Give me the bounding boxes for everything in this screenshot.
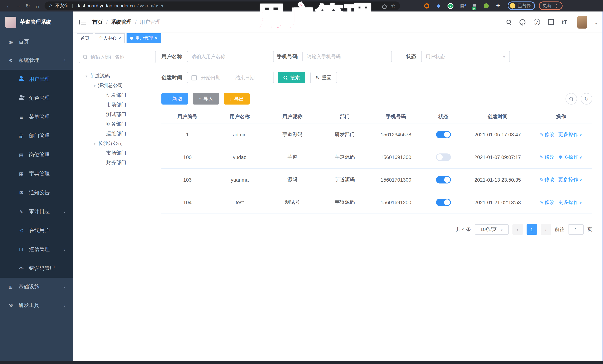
sidebar-item-dict[interactable]: ▦ 字典管理 bbox=[0, 164, 73, 183]
breadcrumb-section[interactable]: 系统管理 bbox=[111, 19, 132, 25]
sidebar-collapse-icon[interactable] bbox=[79, 20, 86, 24]
tree-node[interactable]: 市场部门 bbox=[79, 148, 157, 158]
sidebar-item-posts[interactable]: ▤ 岗位管理 bbox=[0, 145, 73, 164]
browser-home-icon[interactable]: ⌂ bbox=[33, 3, 42, 9]
tree-node[interactable]: 运维部门 bbox=[79, 129, 157, 139]
tree-node[interactable]: 测试部门 bbox=[79, 110, 157, 119]
url-path: /system/user bbox=[137, 3, 164, 8]
more-actions-link[interactable]: 更多操作∨ bbox=[558, 131, 582, 138]
extension-icon-gem[interactable]: ◆ bbox=[436, 3, 441, 9]
dept-search-input[interactable] bbox=[91, 54, 152, 60]
sidebar-item-home[interactable]: ◉ 首页 bbox=[0, 33, 73, 51]
avatar-caret-icon[interactable]: ▾ bbox=[595, 22, 597, 26]
goto-label: 前往 bbox=[555, 226, 564, 233]
extensions-area: ◆ y ▦◆ ≣on ✚ bbox=[424, 3, 501, 9]
password-key-icon[interactable] bbox=[383, 4, 388, 8]
current-page-button[interactable]: 1 bbox=[527, 224, 537, 235]
bookmark-star-icon[interactable]: ☆ bbox=[391, 3, 395, 9]
sidebar-item-online-users[interactable]: (()) 在线用户 bbox=[0, 221, 73, 240]
extension-icon-sprout[interactable] bbox=[483, 3, 489, 9]
status-toggle[interactable] bbox=[436, 131, 451, 138]
tab-user-management[interactable]: 用户管理 × bbox=[127, 33, 161, 43]
font-size-icon[interactable]: tT bbox=[562, 19, 568, 25]
status-toggle[interactable] bbox=[436, 154, 451, 161]
date-range-picker[interactable]: 开始日期 - 结束日期 bbox=[187, 72, 274, 83]
close-icon[interactable]: × bbox=[118, 36, 121, 41]
mobile-field-box bbox=[302, 51, 392, 62]
sidebar-item-dev-tools[interactable]: ⚒ 研发工具 ∨ bbox=[0, 296, 73, 315]
table-row: 100 yudao 芋道 芋道源码 15601691300 2021-01-07… bbox=[162, 146, 592, 169]
extension-icon-list[interactable]: ≣on bbox=[471, 3, 477, 9]
browser-reload-icon[interactable]: ↻ bbox=[23, 3, 33, 9]
tree-node[interactable]: ▾深圳总公司 bbox=[79, 81, 157, 90]
sidebar-item-sms[interactable]: ☑ 短信管理 ∨ bbox=[0, 240, 73, 259]
status-toggle[interactable] bbox=[436, 199, 451, 206]
breadcrumb-home[interactable]: 首页 bbox=[93, 19, 103, 25]
reset-button[interactable]: ↻ 重置 bbox=[310, 72, 337, 83]
browser-back-icon[interactable]: ← bbox=[4, 3, 13, 9]
more-actions-link[interactable]: 更多操作∨ bbox=[558, 199, 582, 206]
sidebar-item-depts[interactable]: 品 部门管理 bbox=[0, 126, 73, 145]
sidebar-item-infrastructure[interactable]: ⊞ 基础设施 ∨ bbox=[0, 278, 73, 296]
tree-node[interactable]: 研发部门 bbox=[79, 90, 157, 100]
security-label[interactable]: 不安全 bbox=[55, 3, 69, 9]
edit-link[interactable]: ✎修改 bbox=[540, 154, 555, 161]
sidebar-item-error-codes[interactable]: </> 错误码管理 bbox=[0, 259, 73, 278]
tab-profile[interactable]: 个人中心 × bbox=[95, 33, 125, 43]
edit-link[interactable]: ✎修改 bbox=[540, 176, 555, 183]
app-logo-row[interactable]: 芋道管理系统 bbox=[0, 11, 73, 33]
tree-node[interactable]: ▾长沙分公司 bbox=[79, 139, 157, 148]
search-button[interactable]: 搜索 bbox=[278, 72, 305, 83]
browser-menu-icon[interactable]: ⋮ bbox=[554, 3, 559, 8]
username-input[interactable] bbox=[191, 54, 269, 59]
fullscreen-icon[interactable] bbox=[548, 19, 554, 25]
extension-icon-ring[interactable] bbox=[424, 3, 430, 9]
tree-caret-icon[interactable]: ▾ bbox=[91, 141, 98, 145]
refresh-table-button[interactable]: ↻ bbox=[581, 93, 592, 105]
sidebar-item-users[interactable]: 用户管理 bbox=[0, 70, 73, 88]
tree-node[interactable]: 市场部门 bbox=[79, 100, 157, 110]
extension-icon-grid[interactable]: ▦◆ bbox=[459, 3, 465, 9]
search-icon[interactable] bbox=[507, 20, 511, 24]
browser-profile-button[interactable]: 已暂停 bbox=[508, 1, 535, 10]
sidebar-item-system[interactable]: ⚙ 系统管理 ∧ bbox=[0, 51, 73, 70]
extension-icon-green[interactable]: y bbox=[448, 3, 453, 9]
prev-page-button[interactable]: ‹ bbox=[512, 224, 523, 235]
help-icon[interactable]: ? bbox=[533, 19, 540, 25]
security-warning-icon[interactable]: ⚠ bbox=[49, 3, 53, 8]
import-button[interactable]: ↑ 导入 bbox=[193, 93, 219, 105]
page-size-select[interactable]: 10条/页 ∨ bbox=[475, 224, 509, 235]
sidebar-item-notice[interactable]: ✉ 通知公告 bbox=[0, 183, 73, 202]
more-actions-link[interactable]: 更多操作∨ bbox=[558, 154, 582, 161]
browser-forward-icon[interactable]: → bbox=[13, 3, 23, 9]
add-user-button[interactable]: + 新增 bbox=[162, 93, 188, 105]
github-icon[interactable] bbox=[520, 19, 525, 25]
next-page-button[interactable]: › bbox=[541, 224, 551, 235]
sidebar-item-roles[interactable]: 角色管理 bbox=[0, 88, 73, 108]
goto-page-input[interactable] bbox=[568, 224, 584, 235]
total-count-label: 共 4 条 bbox=[456, 226, 471, 233]
extensions-puzzle-icon[interactable]: ✚ bbox=[495, 3, 501, 9]
tree-node[interactable]: 财务部门 bbox=[79, 158, 157, 167]
status-select[interactable]: 用户状态 ∨ bbox=[421, 51, 510, 62]
edit-link[interactable]: ✎修改 bbox=[540, 131, 555, 138]
user-avatar[interactable] bbox=[577, 16, 587, 28]
close-icon[interactable]: × bbox=[155, 36, 157, 41]
sidebar-item-menus[interactable]: ≣ 菜单管理 bbox=[0, 108, 73, 126]
status-toggle[interactable] bbox=[436, 176, 451, 184]
tree-node[interactable]: ▾芋道源码 bbox=[79, 71, 157, 81]
more-actions-link[interactable]: 更多操作∨ bbox=[558, 176, 582, 183]
toggle-search-button[interactable] bbox=[566, 93, 577, 105]
mobile-input[interactable] bbox=[307, 54, 387, 59]
page-scrollbar[interactable] bbox=[602, 11, 603, 361]
sidebar-item-audit-log[interactable]: ✎ 审计日志 ∨ bbox=[0, 202, 73, 221]
edit-link[interactable]: ✎修改 bbox=[540, 199, 555, 206]
download-icon: ↓ bbox=[230, 96, 232, 101]
chevron-down-icon: ∨ bbox=[63, 210, 66, 213]
browser-update-button[interactable]: 更新 ⋮ bbox=[539, 1, 563, 10]
tree-caret-icon[interactable]: ▾ bbox=[91, 84, 98, 88]
tree-node[interactable]: 财务部门 bbox=[79, 119, 157, 129]
tree-caret-icon[interactable]: ▾ bbox=[83, 74, 90, 78]
tab-home[interactable]: 首页 bbox=[77, 33, 93, 43]
export-button[interactable]: ↓ 导出 bbox=[224, 93, 250, 105]
